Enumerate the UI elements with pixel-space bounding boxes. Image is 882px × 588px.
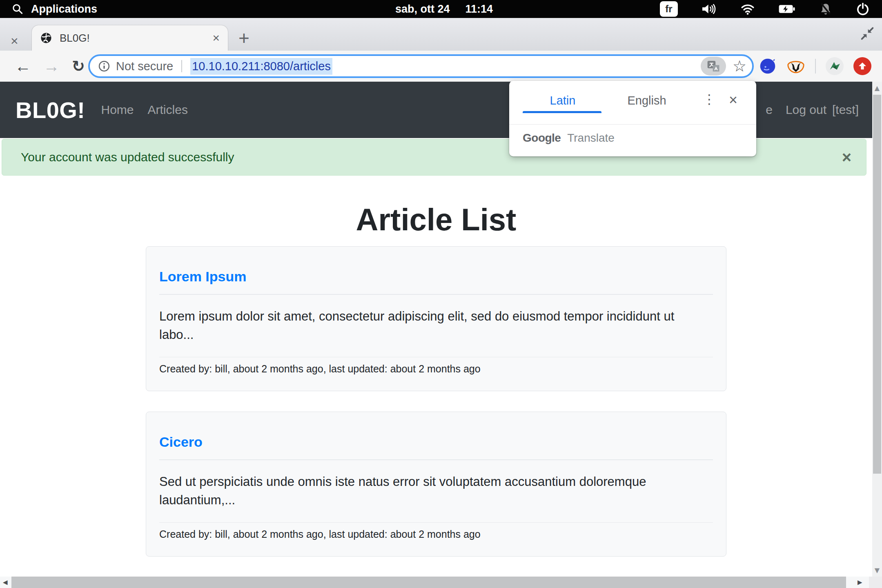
wifi-icon[interactable] <box>740 2 755 16</box>
horizontal-scrollbar[interactable]: ◀ ▶ <box>0 577 882 588</box>
scroll-right-icon[interactable]: ▶ <box>858 577 862 588</box>
system-bar: Applications sab, ott 24 11:14 fr <box>0 0 882 18</box>
toolbar-divider <box>815 59 816 74</box>
nav-link-home[interactable]: Home <box>94 103 141 117</box>
horizontal-scrollbar-thumb[interactable] <box>11 577 846 588</box>
page-title: Article List <box>0 202 872 237</box>
notifications-muted-icon[interactable] <box>818 2 833 16</box>
article-card: Cicero Sed ut perspiciatis unde omnis is… <box>146 412 726 557</box>
blue-blob-extension-icon[interactable] <box>759 57 777 75</box>
close-tab-icon[interactable]: × <box>212 31 220 45</box>
article-card: Lorem Ipsum Lorem ipsum dolor sit amet, … <box>146 246 726 391</box>
translate-page-button[interactable] <box>701 57 726 76</box>
alert-close-icon[interactable]: × <box>842 148 851 167</box>
active-tab-underline <box>523 111 601 113</box>
article-title-link[interactable]: Lorem Ipsum <box>159 247 713 285</box>
article-excerpt: Lorem ipsum dolor sit amet, consectetur … <box>159 307 706 344</box>
card-divider <box>159 459 713 460</box>
article-title-link[interactable]: Cicero <box>159 412 713 450</box>
browser-tab-strip: × BL0G! × + <box>0 18 882 51</box>
brand-translate: Translate <box>567 131 615 144</box>
page-info-icon[interactable] <box>98 60 110 72</box>
extensions-row <box>759 51 871 82</box>
close-window-icon[interactable]: × <box>11 34 18 47</box>
article-excerpt: Sed ut perspiciatis unde omnis iste natu… <box>159 472 706 509</box>
time-label: 11:14 <box>466 3 493 16</box>
brand-google: Google <box>523 131 561 144</box>
navigation-buttons: ← → ↻ <box>15 51 85 82</box>
applications-menu[interactable]: Applications <box>11 0 97 18</box>
article-meta: Created by: bill, about 2 months ago, la… <box>159 528 713 540</box>
alert-message: Your account was updated successfully <box>21 150 234 164</box>
translate-options-icon[interactable]: ⋮ <box>703 91 716 107</box>
card-divider <box>159 357 713 357</box>
url-input[interactable]: 10.10.10.211:8080/articles <box>190 58 332 75</box>
back-icon[interactable]: ← <box>15 57 31 76</box>
google-translate-popup: Latin English ⋮ × Google Translate <box>509 81 756 156</box>
navbar-right-links: e Log out [test] <box>766 82 859 138</box>
bookmark-star-icon[interactable]: ☆ <box>733 57 746 75</box>
navbar-links: Home Articles <box>94 103 195 117</box>
vertical-scrollbar[interactable]: ▲ ▼ <box>872 82 882 577</box>
volume-icon[interactable] <box>701 2 717 16</box>
unmaximize-window-icon[interactable] <box>859 25 875 42</box>
search-icon <box>11 3 24 15</box>
google-translate-brand: Google Translate <box>523 131 615 145</box>
power-icon[interactable] <box>856 2 870 16</box>
security-status-label[interactable]: Not secure <box>116 60 173 73</box>
translate-tab-row: Latin English ⋮ × <box>509 81 756 125</box>
translate-tab-english[interactable]: English <box>616 94 677 107</box>
screen: Applications sab, ott 24 11:14 fr <box>0 0 882 588</box>
site-brand[interactable]: BL0G! <box>16 97 85 123</box>
scroll-left-icon[interactable]: ◀ <box>3 577 8 588</box>
globe-favicon <box>40 32 52 44</box>
new-tab-button[interactable]: + <box>238 29 249 47</box>
scroll-up-icon[interactable]: ▲ <box>872 84 882 92</box>
reload-icon[interactable]: ↻ <box>72 57 85 75</box>
applications-label: Applications <box>31 3 97 16</box>
privacy-badger-extension-icon[interactable] <box>786 58 805 75</box>
clock-menu[interactable]: sab, ott 24 11:14 <box>395 0 493 18</box>
nav-username: [test] <box>832 103 859 117</box>
red-upload-extension-icon[interactable] <box>853 57 871 75</box>
nav-link-partial[interactable]: e <box>766 103 773 117</box>
card-divider <box>159 522 713 523</box>
scrollbar-corner <box>869 577 882 588</box>
tab-title: BL0G! <box>60 32 212 45</box>
translate-tab-latin[interactable]: Latin <box>536 94 589 107</box>
scroll-down-icon[interactable]: ▼ <box>872 566 882 574</box>
page-viewport: BL0G! Home Articles e Log out [test] You… <box>0 82 882 588</box>
origami-extension-icon[interactable] <box>826 57 844 75</box>
date-label: sab, ott 24 <box>395 3 450 16</box>
forward-icon[interactable]: → <box>43 57 60 76</box>
nav-link-logout[interactable]: Log out <box>786 103 826 117</box>
omnibox-separator <box>181 60 182 72</box>
browser-toolbar: ← → ↻ Not secure 10.10.10.211:8080/artic… <box>0 51 882 82</box>
address-bar[interactable]: Not secure 10.10.10.211:8080/articles ☆ <box>88 54 754 78</box>
article-list-page: Article List Lorem Ipsum Lorem ipsum dol… <box>0 202 872 557</box>
battery-charging-icon[interactable] <box>778 3 795 15</box>
translate-close-icon[interactable]: × <box>729 91 737 109</box>
keyboard-layout-indicator[interactable]: fr <box>660 1 678 17</box>
nav-link-articles[interactable]: Articles <box>141 103 195 117</box>
system-indicators: fr <box>660 0 870 18</box>
vertical-scrollbar-thumb[interactable] <box>873 95 881 474</box>
card-divider <box>159 294 713 295</box>
browser-tab[interactable]: BL0G! × <box>32 25 228 51</box>
article-meta: Created by: bill, about 2 months ago, la… <box>159 363 713 375</box>
